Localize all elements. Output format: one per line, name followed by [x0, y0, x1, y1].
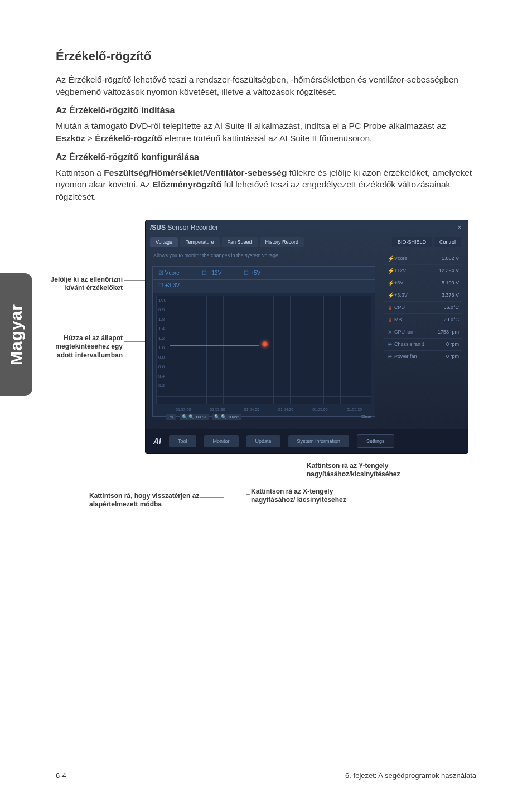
thermometer-icon: 🌡 [388, 317, 394, 323]
sensor-row-mb-temp: 🌡MB29.0°C [384, 314, 462, 326]
leader-line [246, 494, 250, 495]
bolt-icon: ⚡ [388, 268, 394, 274]
sensor-recorder-window: /SUS Sensor Recorder – × Voltage Tempera… [145, 220, 468, 454]
chart-panel: ☑ Vcore ☐ +12V ☐ +5V ☐ +3.3V 1V00.91.81.… [152, 266, 375, 417]
dock-monitor-button[interactable]: Monitor [204, 435, 239, 447]
sensor-row-12v: ⚡+12V12.394 V [384, 265, 462, 277]
intro-paragraph: Az Érzékelő-rögzítő lehetővé teszi a ren… [56, 74, 476, 98]
caption-reset: Kattintson rá, hogy visszatérjen az alap… [89, 492, 223, 509]
check-12v[interactable]: ☐ +12V [202, 270, 221, 276]
leader-line [268, 434, 268, 486]
screenshot-wrapper: Jelölje ki az ellenőrizni kívánt érzékel… [56, 220, 468, 521]
chart-y-axis: 1V00.91.81.41.21.00.80.60.40.2 [158, 296, 166, 390]
reset-zoom-button[interactable]: ⟲ [166, 414, 176, 420]
sensor-check-row-2: ☐ +3.3V [153, 280, 375, 293]
leader-line [124, 341, 145, 342]
fan-icon: ✳ [388, 341, 394, 347]
history-recorder-bold: Előzményrögzítő [152, 180, 221, 189]
zoom-x-out-icon[interactable]: 🔍 [188, 414, 194, 419]
window-title: Sensor Recorder [167, 224, 218, 231]
page-title: Érzékelő-rögzítő [56, 49, 476, 64]
bolt-icon: ⚡ [388, 292, 394, 298]
leader-line [302, 468, 306, 468]
fan-icon: ✳ [388, 329, 394, 335]
sensor-readout-list: ⚡Vcore1.002 V ⚡+12V12.394 V ⚡+5V5.100 V … [384, 253, 462, 363]
dock-settings-button[interactable]: Settings [357, 434, 394, 448]
page: Érzékelő-rögzítő Az Érzékelő-rögzítő leh… [0, 0, 532, 521]
caption-zoom-y: Kattintson rá az Y-tengely nagyításához/… [307, 462, 452, 479]
check-3-3v[interactable]: ☐ +3.3V [158, 282, 180, 288]
dock-update-button[interactable]: Update [246, 435, 280, 447]
thermometer-icon: 🌡 [388, 305, 394, 311]
bottom-dock: AI Tool Monitor Update System Informatio… [146, 429, 468, 453]
leader-line [200, 434, 200, 490]
tab-history-record[interactable]: History Record [260, 237, 304, 247]
chapter-title: 6. fejezet: A segédprogramok használata [345, 771, 476, 780]
menu-tool: Eszköz [56, 133, 85, 143]
sensor-row-5v: ⚡+5V5.100 V [384, 277, 462, 289]
caption-drag-status: Húzza el az állapot megtekintéséhez egy … [50, 334, 123, 360]
section-config-body: Kattintson a Feszültség/Hőmérséklet/Vent… [56, 167, 476, 203]
tab-voltage[interactable]: Voltage [150, 237, 178, 247]
tab-temperature[interactable]: Temperature [180, 237, 220, 247]
dock-tool-button[interactable]: Tool [169, 435, 196, 447]
fan-icon: ✳ [388, 354, 394, 360]
brand-logo: /SUS [150, 224, 166, 231]
menu-sensor-recorder: Érzékelő-rögzítő [95, 133, 162, 143]
zoom-y-control[interactable]: 🔍 🔍 100% [212, 414, 241, 420]
page-footer: 6-4 6. fejezet: A segédprogramok használ… [0, 771, 532, 780]
sensor-row-vcore: ⚡Vcore1.002 V [384, 253, 462, 265]
tab-fan-speed[interactable]: Fan Speed [222, 237, 258, 247]
check-5v[interactable]: ☐ +5V [244, 270, 260, 276]
chart-trend-line [170, 345, 368, 346]
footer-rule [56, 767, 476, 767]
section-config-heading: Az Érzékelő-rögzítő konfigurálása [56, 152, 476, 162]
tabs-row: Voltage Temperature Fan Speed History Re… [146, 235, 468, 249]
bolt-icon: ⚡ [388, 255, 394, 262]
sensor-row-chassis-fan: ✳Chassis fan 10 rpm [384, 339, 462, 351]
close-button[interactable]: × [456, 220, 463, 235]
sensor-row-power-fan: ✳Power fan0 rpm [384, 351, 462, 363]
window-titlebar: /SUS Sensor Recorder – × [146, 220, 468, 235]
chart-x-axis: 01:53:0001:53:3001:54:0001:54:3001:55:00… [153, 407, 375, 412]
section-start-heading: Az Érzékelő-rögzítő indítása [56, 105, 476, 115]
bioshield-button[interactable]: BIO-SHIELD [392, 237, 432, 247]
side-language-tab: Magyar [0, 273, 32, 396]
dock-sysinfo-button[interactable]: System Information [288, 435, 350, 447]
tabs-bold: Feszültség/Hőmérséklet/Ventilátor-sebess… [104, 168, 287, 177]
zoom-x-in-icon[interactable]: 🔍 [182, 414, 187, 419]
leader-line [335, 434, 335, 461]
sensor-check-row-1: ☑ Vcore ☐ +12V ☐ +5V [153, 267, 375, 280]
ai-logo-icon: AI [153, 437, 161, 446]
zoom-y-out-icon[interactable]: 🔍 [221, 414, 226, 419]
leader-line [124, 280, 145, 281]
chart-controls: ⟲ 🔍 🔍 100% 🔍 🔍 100% Clear [153, 412, 375, 420]
caption-zoom-x: Kattintson rá az X-tengely nagyításához/… [251, 487, 362, 505]
minimize-button[interactable]: – [446, 220, 454, 235]
clear-button[interactable]: Clear [361, 414, 371, 420]
section-start-body: Miután a támogató DVD-ről telepítette az… [56, 120, 476, 144]
chart-plot[interactable]: 1V00.91.81.41.21.00.80.60.40.2 [156, 296, 371, 404]
sensor-row-3-3v: ⚡+3.3V3.376 V [384, 289, 462, 302]
control-button[interactable]: Control [434, 237, 461, 247]
sensor-row-cpu-fan: ✳CPU fan1758 rpm [384, 326, 462, 339]
bolt-icon: ⚡ [388, 280, 394, 286]
caption-select-sensors: Jelölje ki az ellenőrizni kívánt érzékel… [50, 276, 123, 293]
chart-drag-marker[interactable] [262, 341, 268, 347]
sensor-row-cpu-temp: 🌡CPU36.0°C [384, 302, 462, 314]
zoom-y-in-icon[interactable]: 🔍 [214, 414, 220, 419]
zoom-x-control[interactable]: 🔍 🔍 100% [180, 414, 209, 420]
check-vcore[interactable]: ☑ Vcore [158, 270, 180, 276]
page-number: 6-4 [56, 771, 66, 780]
